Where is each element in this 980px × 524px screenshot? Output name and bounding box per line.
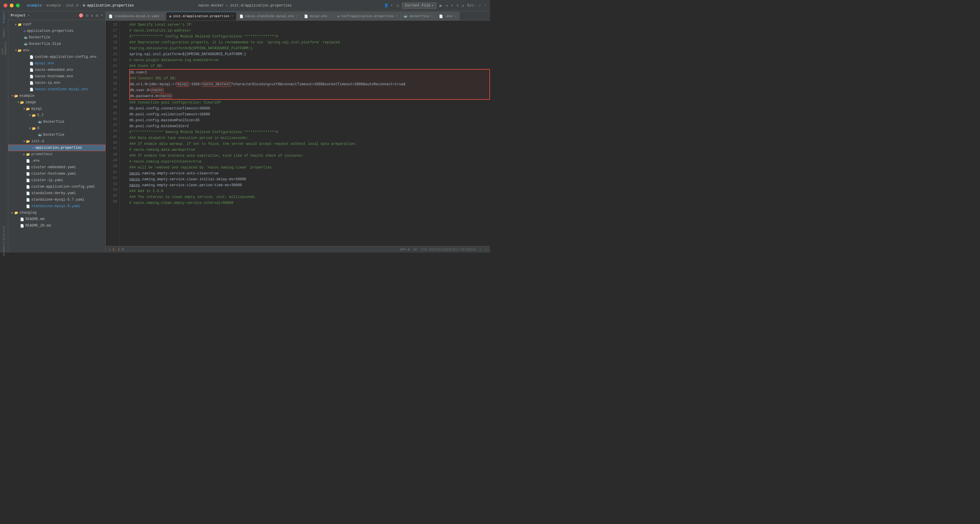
tab-mysql-env[interactable]: 📄 mysql.env × [301, 12, 334, 21]
tree-item-8-folder[interactable]: ▼ 📂 8 [8, 125, 105, 132]
tree-item-conf[interactable]: ▶ 📁 conf [8, 21, 105, 28]
sidebar-commit-icon[interactable]: Commit [0, 29, 8, 37]
code-line-56: # nacos.naming.clean.empty-service.inter… [129, 200, 490, 206]
file-icon-cluster-ip: 📄 [26, 178, 30, 183]
tree-item-readme-zh[interactable]: 📄 README_ZH.md [8, 222, 105, 229]
profile-icon[interactable]: 👤 ▾ [384, 3, 393, 8]
run-icon[interactable]: ▶ [439, 3, 442, 9]
tab-standalone-mysql-8[interactable]: 📄 standalone-mysql-8.yaml × [106, 12, 166, 21]
folder-arrow-mysql: ▼ [22, 107, 26, 111]
tree-item-dockerfile-57[interactable]: 🐳 Dockerfile [8, 119, 105, 125]
tree-item-image-folder[interactable]: ▼ 📂 image [8, 99, 105, 106]
tab-dockerfile[interactable]: 🐳 Dockerfile × [401, 12, 436, 21]
tree-label-nacos-hostname-env: nacos-hostname.env [35, 75, 73, 78]
tree-item-changlog[interactable]: ▶ 📁 changlog [8, 210, 105, 216]
code-line-44: #*************** Naming Module Related C… [129, 129, 490, 135]
step-out-icon[interactable]: ⬆ [456, 3, 458, 8]
minimize-button[interactable] [10, 3, 14, 7]
tab-close-3[interactable]: × [329, 14, 331, 18]
tree-item-application-properties[interactable]: ⚙️ application.properties [8, 144, 105, 151]
sort-icon[interactable]: ⇅ [91, 13, 93, 18]
current-file-button[interactable]: Current File ▾ [402, 2, 437, 9]
breadcrumb-root[interactable]: example [27, 3, 41, 8]
tab-close-6[interactable]: × [454, 14, 457, 18]
tab-close-5[interactable]: × [431, 14, 433, 18]
tab-close-4[interactable]: × [396, 14, 398, 18]
tree-item-custom-config-yaml[interactable]: 📄 custom-application-config.yaml [8, 184, 105, 190]
tree-item-dockerfile-conf[interactable]: 🐳 Dockerfile [8, 34, 105, 41]
code-line-28: #*************** Config Module Related C… [129, 33, 490, 40]
breadcrumb: example › example › init.d › ⚙️ applicat… [27, 3, 134, 8]
tree-label-readme: README.md [25, 217, 45, 221]
tab-conf-application[interactable]: ⚙️ conf/application.properties × [334, 12, 401, 21]
locate-icon[interactable]: 🎯 [78, 13, 84, 18]
git-check-icon[interactable]: ✓ [479, 3, 481, 8]
code-line-41: db.pool.config.validationTimeout=10000 [129, 111, 490, 118]
tree-item-mysql-folder[interactable]: ▼ 📂 mysql [8, 106, 105, 112]
tab-application-properties[interactable]: ⚙️ init.d/application.properties × [166, 12, 236, 21]
sidebar-project-icon[interactable]: Project [0, 14, 8, 22]
tree-item-custom-config-env[interactable]: 📄 custom-application-config.env [8, 54, 105, 60]
tab-close-0[interactable]: × [161, 14, 163, 18]
breadcrumb-file[interactable]: ⚙️ application.properties [83, 3, 134, 8]
tree-item-cluster-hostname[interactable]: 📄 cluster-hostname.yaml [8, 170, 105, 177]
tree-label-readme-zh: README_ZH.md [25, 224, 51, 228]
tree-item-nacos-ip-env[interactable]: 📄 nacos-ip.env [8, 79, 105, 86]
file-icon-nacos-hostname-env: 📄 [30, 75, 33, 78]
folder-icon-8: 📂 [32, 127, 36, 130]
tab-close-1[interactable]: × [231, 14, 234, 18]
close-panel-icon[interactable]: × [101, 13, 103, 18]
tree-item-nacos-standlone-env[interactable]: 📄 nacos-standlone-mysql.env [8, 86, 105, 93]
tree-item-nacos-embedded-env[interactable]: 📄 nacos-embedded.env [8, 67, 105, 73]
tree-item-standalone-mysql-8[interactable]: 📄 standalone-mysql-8.yaml [8, 203, 105, 210]
file-icon-standalone-mysql-8: 📄 [26, 205, 30, 208]
sidebar-pullrequests-icon[interactable]: Pull Requests [0, 44, 8, 52]
tree-item-cluster-ip[interactable]: 📄 cluster-ip.yaml [8, 177, 105, 184]
tree-label-prometheus: prometheus [31, 152, 52, 156]
tree-item-env-folder[interactable]: ▼ 📂 env [8, 47, 105, 54]
git-push-icon[interactable]: ↑ [484, 3, 487, 8]
breadcrumb-initd[interactable]: init.d [65, 3, 78, 8]
tree-item-nacos-hostname-env[interactable]: 📄 nacos-hostname.env [8, 73, 105, 79]
folder-arrow-example: ▼ [11, 94, 14, 98]
settings-icon[interactable]: ⚙ [95, 13, 98, 18]
tab-dotenv[interactable]: 📄 .env × [436, 12, 460, 21]
file-icon-dockerfile-8: 🐳 [38, 133, 42, 137]
breadcrumb-example[interactable]: example [46, 3, 61, 8]
back-icon[interactable]: ◁ [396, 3, 399, 9]
tree-label-dockerfile-conf: Dockerfile [29, 35, 50, 40]
tree-item-standalone-mysql-57[interactable]: 📄 standalone-mysql-5.7.yaml [8, 197, 105, 203]
code-editor[interactable]: ### Specify Local server's IP:# nacos.in… [126, 21, 490, 246]
step-over-icon[interactable]: ⇥ [445, 3, 448, 8]
tree-label-57: 5.7 [37, 113, 44, 118]
tree-item-example-folder[interactable]: ▼ 📂 example [8, 93, 105, 99]
tree-item-57-folder[interactable]: ▼ 📂 5.7 [8, 112, 105, 119]
status-right: UTF-8 LF CSDN @程序员在线妙妙屋元1/每日能划成 ✓ ⚠ [400, 248, 487, 252]
step-into-icon[interactable]: ⬇ [451, 3, 453, 8]
tree-item-dockerfile-slim[interactable]: 🐳 Dockerfile.Slim [8, 41, 105, 47]
folder-icon-mysql: 📂 [26, 107, 30, 111]
sidebar-structure-icon[interactable]: Structure [0, 229, 8, 237]
close-button[interactable] [3, 3, 7, 7]
tree-item-standalone-derby[interactable]: 📄 standalone-derby.yaml [8, 190, 105, 197]
tree-label-standalone-mysql-8: standalone-mysql-8.yaml [31, 204, 80, 208]
tree-item-dockerfile-8[interactable]: 🐳 Dockerfile [8, 132, 105, 138]
tree-item-prometheus-folder[interactable]: ▶ 📁 prometheus [8, 151, 105, 157]
refresh-icon[interactable]: ↺ [462, 3, 464, 8]
tree-item-cluster-embedded[interactable]: 📄 cluster-embedded.yaml [8, 164, 105, 170]
tree-item-dotenv[interactable]: 📄 .env [8, 157, 105, 164]
tree-item-mysql-env[interactable]: 📄 mysql.env [8, 60, 105, 67]
maximize-button[interactable] [16, 3, 20, 7]
folder-arrow-57: ▼ [28, 114, 32, 117]
file-icon-readme-zh: 📄 [20, 224, 24, 228]
tab-icon-0: 📄 [109, 14, 113, 18]
panel-dropdown-icon[interactable]: ▾ [28, 14, 30, 17]
status-encoding: UTF-8 [400, 248, 410, 251]
tab-close-2[interactable]: × [296, 14, 298, 18]
tree-item-readme[interactable]: 📄 README.md [8, 216, 105, 222]
tab-nacos-standlone[interactable]: 📄 nacos-standlone-mysql.env × [236, 12, 301, 21]
sidebar-bookmarks-icon[interactable]: Bookmarks [0, 244, 8, 252]
collapse-icon[interactable]: ⊟ [86, 13, 88, 18]
tree-item-initd-folder[interactable]: ▼ 📂 init.d [8, 138, 105, 144]
tree-item-application-conf[interactable]: ⚙️ application.properties [8, 28, 105, 34]
